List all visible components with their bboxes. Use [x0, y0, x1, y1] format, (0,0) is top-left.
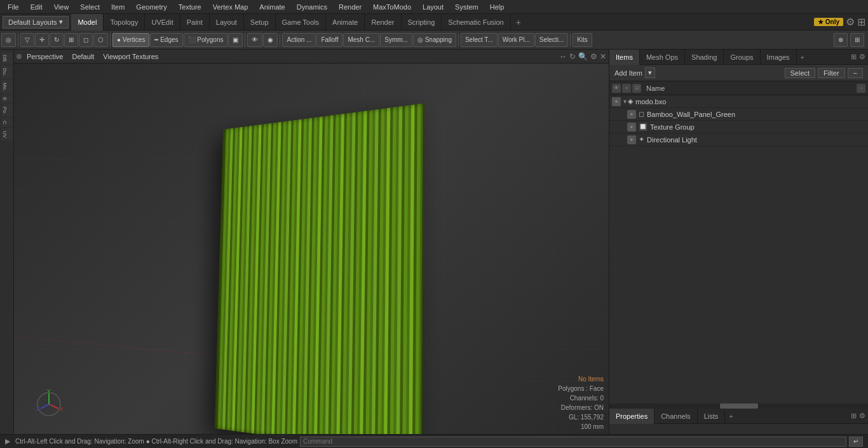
- bp-expand-icon[interactable]: ⊞: [851, 412, 857, 420]
- tab-render[interactable]: Render: [365, 14, 401, 31]
- add-item-dropdown[interactable]: ▾: [645, 67, 655, 78]
- menu-dynamics[interactable]: Dynamics: [292, 2, 332, 12]
- sidebar-btn-db[interactable]: DB: [1, 52, 13, 64]
- shade-btn[interactable]: ◉: [263, 33, 278, 47]
- menu-texture[interactable]: Texture: [173, 2, 207, 12]
- rotate-btn[interactable]: ↻: [50, 33, 64, 47]
- rp-tab-mesh-ops[interactable]: Mesh Ops: [640, 50, 685, 65]
- bp-tab-lists[interactable]: Lists: [698, 409, 726, 424]
- ilh-select-icon[interactable]: ☑: [632, 84, 641, 93]
- sidebar-btn-uv[interactable]: UV: [1, 128, 13, 140]
- hex-btn[interactable]: ⬡: [93, 33, 108, 47]
- menu-animate[interactable]: Animate: [254, 2, 290, 12]
- list-item-modo-bxo[interactable]: ● ▾ ◈ modo.bxo: [609, 95, 868, 108]
- menu-vertex-map[interactable]: Vertex Map: [208, 2, 254, 12]
- viewport-perspective-label[interactable]: Perspective: [23, 53, 67, 60]
- ilh-eye-toggle[interactable]: 👁: [612, 84, 621, 93]
- mesh-c-btn[interactable]: Mesh C...: [343, 33, 379, 47]
- menu-edit[interactable]: Edit: [25, 2, 48, 12]
- command-enter-button[interactable]: ↵: [849, 437, 863, 447]
- work-pl-btn[interactable]: Work Pl...: [498, 33, 534, 47]
- menu-layout[interactable]: Layout: [417, 2, 449, 12]
- command-input[interactable]: [300, 437, 846, 447]
- list-item-texture-group[interactable]: ● 🔲 Texture Group: [609, 121, 868, 133]
- list-item-bamboo[interactable]: ● ◻ Bamboo_Wall_Panel_Green: [609, 108, 868, 121]
- tab-topology[interactable]: Topology: [104, 14, 145, 31]
- tab-uvedit[interactable]: UVEdit: [145, 14, 180, 31]
- selecti-btn[interactable]: Selecti...: [535, 33, 568, 47]
- tab-layout[interactable]: Layout: [210, 14, 244, 31]
- item-eye-modo-bxo[interactable]: ●: [612, 97, 621, 106]
- tab-scripting[interactable]: Scripting: [402, 14, 442, 31]
- sidebar-btn-dup[interactable]: Du.: [1, 65, 13, 78]
- view-mode-btn-2[interactable]: ⊞: [850, 33, 864, 47]
- menu-render[interactable]: Render: [334, 2, 367, 12]
- bp-tab-properties[interactable]: Properties: [609, 409, 654, 424]
- polygons-btn[interactable]: ⬛ Polygons: [184, 33, 228, 47]
- edges-btn[interactable]: ━ Edges: [150, 33, 182, 47]
- vertices-btn[interactable]: ● ● VerticesVertices: [112, 33, 149, 47]
- menu-maxtomodo[interactable]: MaxToModo: [368, 2, 416, 12]
- tab-animate[interactable]: Animate: [326, 14, 365, 31]
- square-btn[interactable]: ◻: [79, 33, 93, 47]
- crosshair-btn[interactable]: ✛: [35, 33, 49, 47]
- sidebar-btn-e[interactable]: E: [1, 95, 13, 103]
- rp-settings-icon[interactable]: ⚙: [859, 53, 865, 61]
- collapse-btn[interactable]: −: [848, 68, 863, 78]
- list-item-directional-light[interactable]: ● ✦ Directional Light: [609, 133, 868, 146]
- add-layout-tab-button[interactable]: +: [511, 15, 526, 29]
- expand-icon[interactable]: ⊞: [857, 16, 865, 28]
- sidebar-btn-pol[interactable]: Po.: [1, 104, 13, 117]
- viewport-close-icon[interactable]: ✕: [600, 52, 606, 61]
- tab-setup[interactable]: Setup: [244, 14, 276, 31]
- viewport-expand-icon[interactable]: ↔: [559, 52, 567, 61]
- viewport-mode-btn[interactable]: ◎: [1, 33, 16, 47]
- default-layouts-dropdown[interactable]: Default Layouts ▾: [3, 16, 69, 29]
- ilh-collapse-btn[interactable]: −: [857, 84, 865, 93]
- bp-tab-channels[interactable]: Channels: [654, 409, 697, 424]
- viewport-default-label[interactable]: Default: [68, 53, 98, 60]
- action-btn[interactable]: Action ...: [282, 33, 316, 47]
- tab-schematic-fusion[interactable]: Schematic Fusion: [442, 14, 510, 31]
- tab-game-tools[interactable]: Game Tools: [276, 14, 327, 31]
- sel-mode-btn[interactable]: ▣: [228, 33, 243, 47]
- item-eye-bamboo[interactable]: ●: [627, 110, 636, 119]
- symm-btn[interactable]: Symm...: [380, 33, 412, 47]
- select-mode-btn[interactable]: ▽: [20, 33, 34, 47]
- tab-paint[interactable]: Paint: [180, 14, 210, 31]
- viewport-rotate-icon[interactable]: ↻: [569, 52, 576, 61]
- snapping-btn[interactable]: ◎ Snapping: [413, 33, 456, 47]
- menu-select[interactable]: Select: [75, 2, 105, 12]
- select-btn[interactable]: Select: [785, 68, 816, 78]
- grid-btn[interactable]: ⊞: [64, 33, 78, 47]
- rp-tab-items[interactable]: Items: [609, 50, 640, 65]
- menu-geometry[interactable]: Geometry: [131, 2, 172, 12]
- rp-add-tab-button[interactable]: +: [797, 51, 808, 63]
- viewport-textures-label[interactable]: Viewport Textures: [99, 53, 162, 60]
- viewport-canvas[interactable]: X Y Z No Items Polygons : Face Channels:…: [14, 64, 609, 434]
- rp-tab-groups[interactable]: Groups: [724, 50, 760, 65]
- viewport-settings-icon[interactable]: ⚙: [590, 52, 597, 61]
- menu-help[interactable]: Help: [485, 2, 510, 12]
- sidebar-btn-mesh[interactable]: Me.: [1, 80, 13, 93]
- status-bar-arrow[interactable]: ▶: [5, 437, 10, 445]
- item-eye-texture-group[interactable]: ●: [627, 123, 636, 132]
- rp-expand-icon[interactable]: ⊞: [851, 53, 857, 61]
- menu-item[interactable]: Item: [106, 2, 130, 12]
- rp-tab-images[interactable]: Images: [761, 50, 797, 65]
- kits-btn[interactable]: Kits: [573, 33, 592, 47]
- menu-view[interactable]: View: [49, 2, 74, 12]
- view-mode-btn-1[interactable]: ⊕: [834, 33, 848, 47]
- viewport-zoom-icon[interactable]: 🔍: [578, 52, 588, 61]
- item-eye-directional-light[interactable]: ●: [627, 135, 636, 144]
- settings-icon[interactable]: ⚙: [846, 16, 855, 28]
- eye-btn[interactable]: 👁: [247, 33, 262, 47]
- falloff-btn[interactable]: Falloff: [316, 33, 342, 47]
- tab-model[interactable]: Model: [71, 14, 104, 31]
- bp-add-tab-btn[interactable]: +: [725, 411, 736, 422]
- sidebar-btn-c[interactable]: C: [1, 118, 13, 127]
- rp-tab-shading[interactable]: Shading: [685, 50, 724, 65]
- filter-btn[interactable]: Filter: [818, 68, 844, 78]
- bp-settings-icon[interactable]: ⚙: [859, 412, 865, 420]
- ilh-add-btn[interactable]: +: [622, 84, 631, 93]
